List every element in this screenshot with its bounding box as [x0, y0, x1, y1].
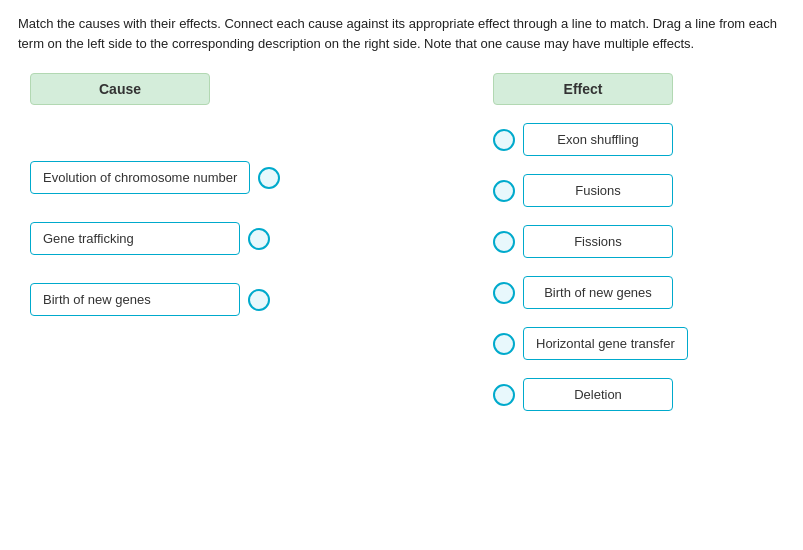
- effect-box-3: Fissions: [523, 225, 673, 258]
- effect-box-4: Birth of new genes: [523, 276, 673, 309]
- effect-column: Effect Exon shuffling Fusions Fissions B…: [473, 73, 773, 429]
- cause-connector-2[interactable]: [248, 228, 270, 250]
- cause-item-2[interactable]: Gene trafficking: [30, 222, 270, 255]
- effect-item-4[interactable]: Birth of new genes: [493, 276, 673, 309]
- effect-item-1[interactable]: Exon shuffling: [493, 123, 673, 156]
- effect-item-5[interactable]: Horizontal gene transfer: [493, 327, 688, 360]
- effect-connector-5[interactable]: [493, 333, 515, 355]
- cause-box-2: Gene trafficking: [30, 222, 240, 255]
- effect-box-1: Exon shuffling: [523, 123, 673, 156]
- effect-box-2: Fusions: [523, 174, 673, 207]
- cause-item-1[interactable]: Evolution of chromosome number: [30, 161, 280, 194]
- cause-column: Cause Evolution of chromosome number Gen…: [30, 73, 370, 429]
- effect-item-2[interactable]: Fusions: [493, 174, 673, 207]
- cause-header: Cause: [30, 73, 210, 105]
- effect-box-5: Horizontal gene transfer: [523, 327, 688, 360]
- cause-connector-3[interactable]: [248, 289, 270, 311]
- cause-item-3[interactable]: Birth of new genes: [30, 283, 270, 316]
- cause-box-3: Birth of new genes: [30, 283, 240, 316]
- effect-connector-2[interactable]: [493, 180, 515, 202]
- effect-connector-4[interactable]: [493, 282, 515, 304]
- instructions: Match the causes with their effects. Con…: [0, 0, 803, 63]
- effect-header: Effect: [493, 73, 673, 105]
- effect-connector-3[interactable]: [493, 231, 515, 253]
- effect-item-3[interactable]: Fissions: [493, 225, 673, 258]
- effect-item-6[interactable]: Deletion: [493, 378, 673, 411]
- cause-connector-1[interactable]: [258, 167, 280, 189]
- effect-connector-6[interactable]: [493, 384, 515, 406]
- effect-connector-1[interactable]: [493, 129, 515, 151]
- effect-box-6: Deletion: [523, 378, 673, 411]
- matching-area: Cause Evolution of chromosome number Gen…: [0, 63, 803, 439]
- cause-box-1: Evolution of chromosome number: [30, 161, 250, 194]
